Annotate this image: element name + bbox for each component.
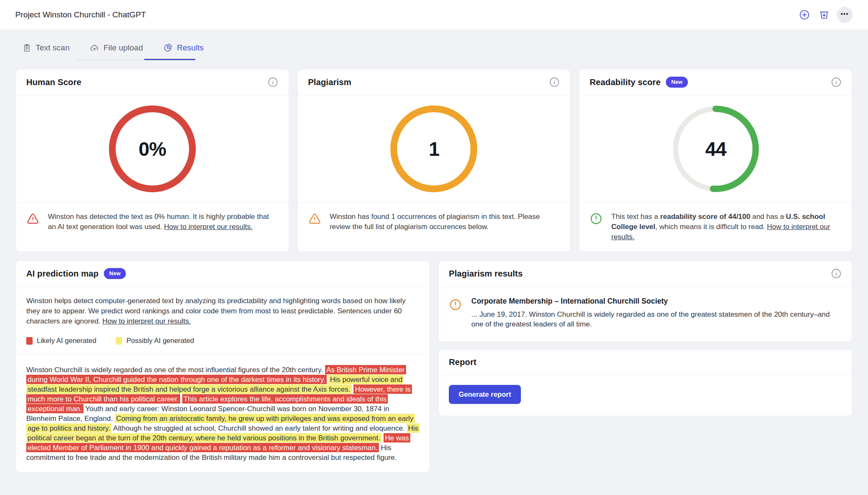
legend-item: Possibly AI generated: [116, 337, 194, 345]
card-title: Human Score: [26, 77, 81, 87]
info-icon[interactable]: [549, 77, 560, 88]
plagiarism-value: 1: [390, 105, 477, 192]
card-title: Readability score: [590, 77, 660, 87]
page-title: Project Winston Churchill - ChatGPT: [15, 10, 146, 19]
legend-swatch: [26, 337, 33, 345]
result-title: Corporate Membership – International Chu…: [471, 297, 842, 306]
card-title: Report: [449, 357, 476, 367]
tab-track: [75, 59, 143, 60]
ellipsis-icon: •••: [840, 11, 849, 17]
info-icon[interactable]: [831, 268, 842, 279]
how-to-interpret-link[interactable]: How to interpret our results.: [164, 223, 253, 231]
score-cards-row: Human Score 0% Wi: [16, 69, 852, 252]
tab-label: Text scan: [36, 43, 70, 53]
active-tab-indicator: [144, 59, 195, 60]
tab-label: Results: [177, 43, 203, 53]
plagiarism-card: Plagiarism 1 Wins: [298, 69, 571, 252]
card-title: Plagiarism: [308, 77, 351, 87]
text-segment-plain: Winston Churchill is widely regarded as …: [26, 365, 323, 374]
plagiarism-results-card: Plagiarism results Corporate Memb: [438, 260, 852, 342]
main-content: Text scan File upload Results Human Scor…: [0, 30, 868, 489]
info-icon[interactable]: [831, 77, 842, 88]
plus-circle-icon: [799, 9, 810, 20]
ai-prediction-map-card: AI prediction map New Winston helps dete…: [16, 260, 430, 473]
info-circle-green-icon: [590, 212, 603, 227]
archive-button[interactable]: [817, 8, 832, 22]
warning-triangle-icon: [308, 212, 321, 227]
add-button[interactable]: [797, 8, 812, 22]
plagiarism-result-item[interactable]: Corporate Membership – International Chu…: [439, 287, 852, 342]
plagiarism-message: Winston has found 1 occurrences of plagi…: [330, 212, 560, 232]
archive-down-icon: [818, 9, 830, 21]
card-title: AI prediction map: [26, 269, 99, 279]
how-to-interpret-link[interactable]: How to interpret our results.: [103, 317, 191, 325]
readability-message: This text has a readability score of 44/…: [611, 212, 842, 242]
generate-report-button[interactable]: Generate report: [449, 385, 521, 404]
prediction-map-text: Winston Churchill is widely regarded as …: [16, 354, 429, 472]
tab-bar: Text scan File upload Results: [16, 30, 852, 60]
pie-chart-icon: [163, 43, 172, 53]
readability-card: Readability score New 44: [579, 69, 852, 252]
legend-label: Possibly AI generated: [126, 337, 194, 345]
readability-value: 44: [672, 105, 759, 192]
readability-gauge: 44: [672, 105, 759, 192]
warning-triangle-icon: [26, 212, 39, 227]
alert-circle-orange-icon: [449, 298, 462, 313]
human-score-value: 0%: [109, 105, 196, 192]
tab-file-upload[interactable]: File upload: [90, 43, 143, 53]
tab-text-scan[interactable]: Text scan: [22, 43, 70, 53]
info-icon[interactable]: [267, 77, 278, 88]
bottom-row: AI prediction map New Winston helps dete…: [16, 260, 852, 489]
top-bar: Project Winston Churchill - ChatGPT •••: [0, 0, 868, 30]
new-badge: New: [666, 77, 688, 88]
text-segment-plain: Although he struggled at school, Churchi…: [113, 423, 405, 433]
prediction-map-description: Winston helps detect computer-generated …: [26, 296, 419, 326]
card-title: Plagiarism results: [449, 269, 523, 279]
right-column: Plagiarism results Corporate Memb: [438, 260, 852, 416]
tab-results[interactable]: Results: [163, 43, 203, 53]
tab-label: File upload: [103, 43, 143, 53]
new-badge: New: [104, 268, 126, 279]
prediction-map-legend: Likely AI generatedPossibly AI generated: [26, 337, 419, 345]
human-score-gauge: 0%: [109, 105, 196, 192]
legend-swatch: [116, 337, 122, 345]
result-snippet: ... June 19, 2017. Winston Churchill is …: [471, 310, 842, 329]
plagiarism-gauge: 1: [390, 105, 477, 192]
more-options-button[interactable]: •••: [837, 7, 853, 23]
human-score-card: Human Score 0% Wi: [16, 69, 289, 252]
report-card: Report Generate report: [438, 350, 852, 416]
legend-item: Likely AI generated: [26, 337, 96, 345]
human-score-message: Winston has detected the text as 0% huma…: [48, 212, 278, 232]
legend-label: Likely AI generated: [37, 337, 96, 345]
top-bar-actions: •••: [797, 7, 853, 23]
clipboard-icon: [22, 44, 31, 53]
cloud-upload-icon: [90, 43, 99, 53]
